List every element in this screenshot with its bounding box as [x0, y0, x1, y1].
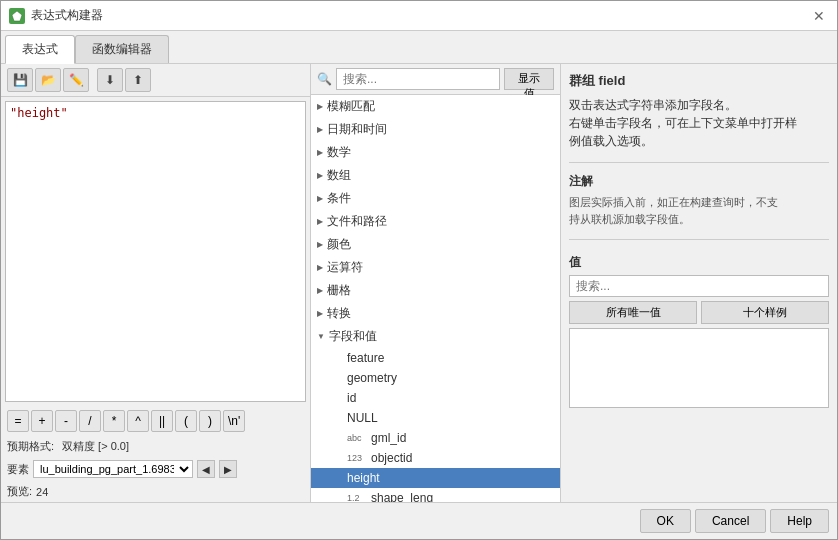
- tree-item[interactable]: feature: [311, 348, 560, 368]
- tree-item-label: feature: [347, 351, 384, 365]
- svg-marker-0: [12, 11, 22, 21]
- tree-item[interactable]: abcgml_id: [311, 428, 560, 448]
- tree-item-label: id: [347, 391, 356, 405]
- search-input[interactable]: [336, 68, 500, 90]
- app-icon: [9, 8, 25, 24]
- tree-item-label: 日期和时间: [327, 121, 387, 138]
- preview-format-label: 预期格式:: [7, 439, 54, 454]
- nav-prev[interactable]: ◀: [197, 460, 215, 478]
- op-minus[interactable]: -: [55, 410, 77, 432]
- expand-icon: ▶: [317, 102, 323, 111]
- op-concat[interactable]: ||: [151, 410, 173, 432]
- op-power[interactable]: ^: [127, 410, 149, 432]
- tree-item-label: gml_id: [371, 431, 406, 445]
- expand-icon: ▶: [317, 148, 323, 157]
- op-multiply[interactable]: *: [103, 410, 125, 432]
- tree-item-label: NULL: [347, 411, 378, 425]
- tree-item[interactable]: ▶数学: [311, 141, 560, 164]
- tree-item[interactable]: 1.2shape_leng: [311, 488, 560, 502]
- help-button[interactable]: Help: [770, 509, 829, 533]
- expand-icon: ▶: [317, 125, 323, 134]
- op-plus[interactable]: +: [31, 410, 53, 432]
- tree-item[interactable]: ▶颜色: [311, 233, 560, 256]
- tree-item-label: 栅格: [327, 282, 351, 299]
- window-title: 表达式构建器: [31, 7, 103, 24]
- nav-next[interactable]: ▶: [219, 460, 237, 478]
- tree-item[interactable]: NULL: [311, 408, 560, 428]
- bottom-bar: OK Cancel Help: [1, 502, 837, 539]
- group-description: 双击表达式字符串添加字段名。右键单击字段名，可在上下文菜单中打开样例值载入选项。: [569, 96, 829, 150]
- divider-2: [569, 239, 829, 240]
- tab-function-editor[interactable]: 函数编辑器: [75, 35, 169, 63]
- source-select[interactable]: lu_building_pg_part_1.6983423: [33, 460, 193, 478]
- tree-item[interactable]: ▶模糊匹配: [311, 95, 560, 118]
- tree-item-label: 模糊匹配: [327, 98, 375, 115]
- expand-icon: ▶: [317, 263, 323, 272]
- tree-item[interactable]: id: [311, 388, 560, 408]
- values-buttons: 所有唯一值 十个样例: [569, 301, 829, 324]
- export-button[interactable]: ⬆: [125, 68, 151, 92]
- preview-value-row: 预览: 24: [1, 481, 310, 502]
- tree-item[interactable]: ▶日期和时间: [311, 118, 560, 141]
- ten-samples-button[interactable]: 十个样例: [701, 301, 829, 324]
- tree-item[interactable]: height: [311, 468, 560, 488]
- tree-item[interactable]: 123objectid: [311, 448, 560, 468]
- all-unique-values-button[interactable]: 所有唯一值: [569, 301, 697, 324]
- preview-format-row: 预期格式: 双精度 [> 0.0]: [1, 436, 310, 457]
- tree-item-label: 运算符: [327, 259, 363, 276]
- tree-item-label: 数学: [327, 144, 351, 161]
- edit-button[interactable]: ✏️: [63, 68, 89, 92]
- values-section: 值 所有唯一值 十个样例: [569, 248, 829, 408]
- tree-item-label: 字段和值: [329, 328, 377, 345]
- preview-value: 24: [36, 486, 48, 498]
- tree-item[interactable]: ▶文件和路径: [311, 210, 560, 233]
- cancel-button[interactable]: Cancel: [695, 509, 766, 533]
- values-title: 值: [569, 254, 829, 271]
- tree-item-label: objectid: [371, 451, 412, 465]
- open-button[interactable]: 📂: [35, 68, 61, 92]
- left-panel: 💾 📂 ✏️ ⬇ ⬆ "height" = + - / * ^ || ( ) \…: [1, 64, 311, 502]
- ok-button[interactable]: OK: [640, 509, 691, 533]
- right-panel: 群组 field 双击表达式字符串添加字段名。右键单击字段名，可在上下文菜单中打…: [561, 64, 837, 502]
- tree-item[interactable]: ▶数组: [311, 164, 560, 187]
- search-icon: 🔍: [317, 72, 332, 86]
- tree-item[interactable]: ▶运算符: [311, 256, 560, 279]
- tree-item[interactable]: ▼字段和值: [311, 325, 560, 348]
- tree-item-label: height: [347, 471, 380, 485]
- middle-panel: 🔍 显示值 ▶模糊匹配▶日期和时间▶数学▶数组▶条件▶文件和路径▶颜色▶运算符▶…: [311, 64, 561, 502]
- tab-expression[interactable]: 表达式: [5, 35, 75, 64]
- main-window: 表达式构建器 ✕ 表达式 函数编辑器 💾 📂 ✏️ ⬇ ⬆ "height": [0, 0, 838, 540]
- expand-icon: ▶: [317, 309, 323, 318]
- main-content: 💾 📂 ✏️ ⬇ ⬆ "height" = + - / * ^ || ( ) \…: [1, 64, 837, 502]
- expand-icon: ▶: [317, 171, 323, 180]
- show-values-button[interactable]: 显示值: [504, 68, 554, 90]
- op-equals[interactable]: =: [7, 410, 29, 432]
- close-button[interactable]: ✕: [809, 8, 829, 24]
- op-newline[interactable]: \n': [223, 410, 245, 432]
- tree-item-label: 文件和路径: [327, 213, 387, 230]
- title-bar-left: 表达式构建器: [9, 7, 103, 24]
- expand-icon: ▶: [317, 240, 323, 249]
- values-search-input[interactable]: [569, 275, 829, 297]
- op-lparen[interactable]: (: [175, 410, 197, 432]
- expression-toolbar: 💾 📂 ✏️ ⬇ ⬆: [1, 64, 310, 97]
- tree-item-label: geometry: [347, 371, 397, 385]
- op-divide[interactable]: /: [79, 410, 101, 432]
- expression-input[interactable]: "height": [5, 101, 306, 402]
- field-type-icon: 123: [347, 453, 367, 463]
- tree-item[interactable]: ▶条件: [311, 187, 560, 210]
- import-button[interactable]: ⬇: [97, 68, 123, 92]
- tab-bar: 表达式 函数编辑器: [1, 31, 837, 64]
- note-title: 注解: [569, 173, 829, 190]
- divider-1: [569, 162, 829, 163]
- tree-item[interactable]: geometry: [311, 368, 560, 388]
- note-text: 图层实际插入前，如正在构建查询时，不支持从联机源加载字段值。: [569, 194, 829, 227]
- tree-item[interactable]: ▶转换: [311, 302, 560, 325]
- op-rparen[interactable]: ): [199, 410, 221, 432]
- operator-row: = + - / * ^ || ( ) \n': [1, 406, 310, 436]
- values-list: [569, 328, 829, 408]
- save-button[interactable]: 💾: [7, 68, 33, 92]
- preview-value-label: 预览:: [7, 484, 32, 499]
- source-label: 要素: [7, 462, 29, 477]
- tree-item[interactable]: ▶栅格: [311, 279, 560, 302]
